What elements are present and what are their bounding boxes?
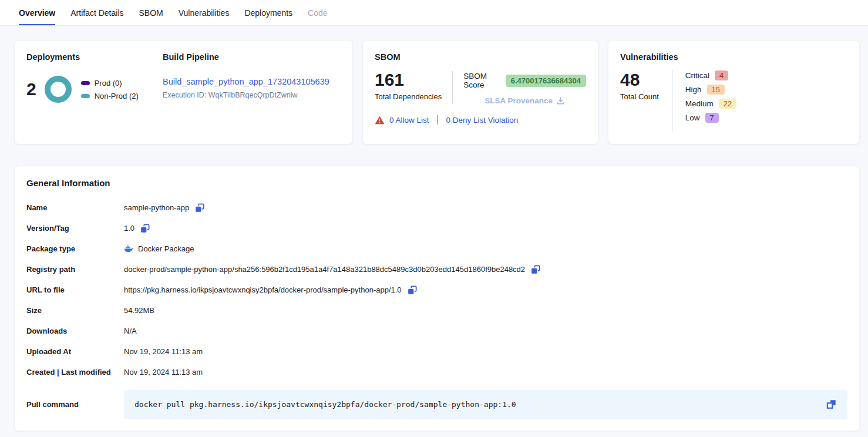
registry-path-value: docker-prod/sample-python-app/sha256:596… [124, 265, 525, 274]
severity-count-badge: 22 [719, 99, 736, 109]
vulnerabilities-title: Vulnerabilities [620, 52, 847, 62]
sbom-total-dependencies: 161 [375, 70, 442, 89]
deployments-legend: Prod (0) Non-Prod (2) [81, 79, 139, 100]
general-information-title: General Information [26, 178, 847, 188]
row-downloads: Downloads N/A [26, 321, 847, 341]
allow-list-link[interactable]: 0 Allow List [389, 116, 429, 125]
pull-command-value: docker pull pkg.harness.io/ikpsjoavtcwxn… [134, 400, 516, 409]
severity-count-badge: 4 [715, 70, 728, 80]
severity-label: Critical [685, 71, 709, 80]
general-information-card: General Information Name sample-python-a… [14, 166, 860, 431]
severity-row-high: High 15 [685, 85, 736, 95]
build-pipeline-link[interactable]: Build_sample_python_app_1732043105639 [163, 77, 329, 86]
warning-icon [375, 116, 385, 125]
sbom-title: SBOM [375, 52, 586, 62]
size-value: 54.92MB [124, 306, 154, 315]
prod-label: Prod (0) [95, 79, 122, 88]
severity-row-low: Low 7 [685, 113, 736, 123]
row-pull-command: Pull command docker pull pkg.harness.io/… [26, 390, 847, 419]
deployments-title: Deployments [26, 52, 163, 62]
slsa-provenance-link[interactable]: SLSA Provenance [463, 96, 586, 105]
row-label: Name [26, 203, 124, 212]
sbom-card: SBOM 161 Total Dependencies SBOM Score 6… [362, 40, 598, 144]
nonprod-color-pill [81, 94, 90, 98]
copy-icon[interactable] [530, 264, 541, 275]
name-value: sample-python-app [124, 203, 189, 212]
docker-icon [124, 245, 134, 253]
pull-command-box: docker pull pkg.harness.io/ikpsjoavtcwxn… [124, 390, 847, 419]
severity-label: Low [685, 113, 700, 122]
prod-color-pill [81, 81, 90, 85]
row-created-modified: Created | Last modified Nov 19, 2024 11:… [26, 362, 847, 382]
row-registry-path: Registry path docker-prod/sample-python-… [26, 259, 847, 280]
row-version-tag: Version/Tag 1.0 [26, 218, 847, 238]
deployments-donut-chart [45, 76, 72, 103]
tab-overview[interactable]: Overview [19, 0, 55, 25]
vulnerabilities-card: Vulnerabilities 48 Total Count Critical … [608, 40, 860, 144]
copy-icon[interactable] [194, 203, 205, 213]
build-pipeline-title: Build Pipeline [163, 52, 341, 62]
copy-icon[interactable] [407, 285, 418, 295]
row-label: Package type [26, 244, 124, 253]
severity-row-critical: Critical 4 [685, 70, 736, 80]
tab-artifact-details[interactable]: Artifact Details [70, 0, 123, 25]
pull-command-copy-icon[interactable] [826, 399, 837, 410]
package-type-value: Docker Package [138, 244, 194, 253]
row-label: Pull command [26, 400, 124, 409]
tab-vulnerabilities[interactable]: Vulnerabilities [179, 0, 230, 25]
severity-count-badge: 7 [705, 113, 719, 123]
legend-item-nonprod: Non-Prod (2) [81, 92, 139, 100]
nonprod-label: Non-Prod (2) [95, 92, 139, 100]
download-icon [556, 96, 565, 105]
link-separator [438, 115, 438, 125]
deny-list-violation-link[interactable]: 0 Deny List Violation [446, 116, 519, 125]
severity-label: Medium [685, 99, 714, 108]
row-size: Size 54.92MB [26, 300, 847, 321]
severity-row-medium: Medium 22 [685, 99, 736, 109]
sbom-score-label: SBOM Score [463, 72, 500, 89]
tab-deployments[interactable]: Deployments [244, 0, 292, 25]
summary-cards-row: Deployments 2 Prod (0) Non-Prod (2) Buil… [14, 40, 860, 144]
severity-list: Critical 4 High 15 Medium 22 Low 7 [685, 70, 736, 132]
deployments-card: Deployments 2 Prod (0) Non-Prod (2) Buil… [14, 40, 353, 144]
severity-label: High [685, 85, 702, 94]
vulnerabilities-total-label: Total Count [620, 92, 659, 101]
sbom-score-badge: 6.470017636684304 [506, 75, 586, 87]
row-label: Registry path [26, 265, 124, 274]
sbom-divider [452, 71, 453, 104]
created-modified-value: Nov 19, 2024 11:13 am [124, 368, 203, 377]
downloads-value: N/A [124, 327, 137, 335]
row-package-type: Package type Docker Package [26, 238, 847, 259]
url-to-file-value: https://pkg.harness.io/ikpsjoavtcwxnqisy… [124, 285, 402, 294]
slsa-provenance-label: SLSA Provenance [485, 96, 553, 105]
uploaded-at-value: Nov 19, 2024 11:13 am [124, 347, 203, 356]
deployments-total-count: 2 [26, 79, 36, 99]
row-uploaded-at: Uploaded At Nov 19, 2024 11:13 am [26, 341, 847, 362]
legend-item-prod: Prod (0) [81, 79, 139, 88]
row-label: Created | Last modified [26, 368, 124, 377]
vulnerabilities-total-count: 48 [620, 70, 659, 89]
row-name: Name sample-python-app [26, 197, 847, 218]
row-label: Version/Tag [26, 224, 124, 233]
sbom-total-label: Total Dependencies [375, 92, 442, 101]
execution-id: Execution ID: WqkTiIbBRqecQrpDtZwniw [163, 91, 341, 99]
tab-sbom[interactable]: SBOM [139, 0, 163, 25]
row-label: Downloads [26, 327, 124, 335]
row-label: Size [26, 306, 124, 315]
vulnerabilities-divider [672, 70, 672, 132]
tab-bar: Overview Artifact Details SBOM Vulnerabi… [0, 0, 868, 26]
row-label: URL to file [26, 285, 124, 294]
copy-icon[interactable] [140, 223, 150, 234]
row-url-to-file: URL to file https://pkg.harness.io/ikpsj… [26, 280, 847, 300]
tab-code: Code [308, 0, 327, 25]
severity-count-badge: 15 [707, 85, 725, 95]
row-label: Uploaded At [26, 347, 124, 356]
version-value: 1.0 [124, 224, 134, 233]
